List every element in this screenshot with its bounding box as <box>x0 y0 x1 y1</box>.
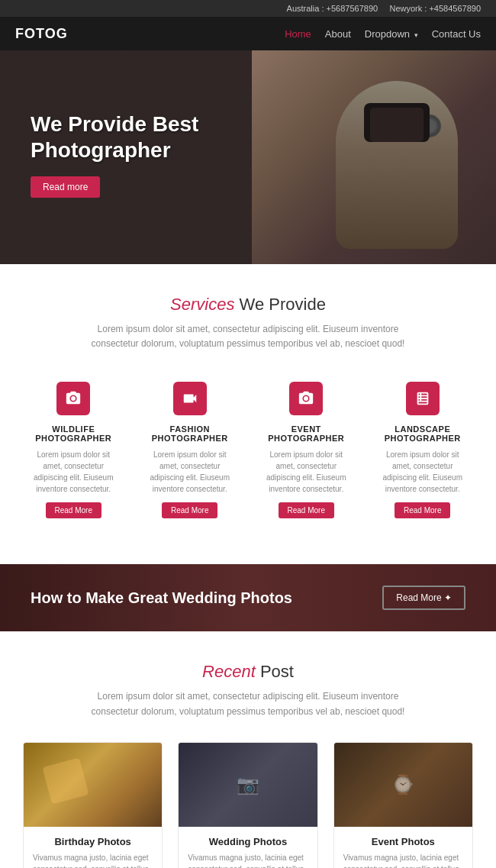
services-description: Lorem ipsum dolor sit amet, consectetur … <box>72 322 424 351</box>
service-card-landscape: LANDSCAPE PHOTOGRAPHER Lorem ipsum dolor… <box>372 374 474 526</box>
recent-post-description: Lorem ipsum dolor sit amet, consectetur … <box>72 689 424 718</box>
nav-links: Home About Dropdown ▾ Contact Us <box>285 27 481 40</box>
post-image-event <box>334 743 472 827</box>
hero-cta-button[interactable]: Read more <box>31 176 100 198</box>
nav-link-contact[interactable]: Contact Us <box>432 28 481 40</box>
landscape-title: LANDSCAPE PHOTOGRAPHER <box>378 424 468 443</box>
fashion-readmore-button[interactable]: Read More <box>162 502 217 518</box>
event-readmore-button[interactable]: Read More <box>279 502 334 518</box>
photographer-image <box>320 66 473 264</box>
post-card-wedding: Wedding Photos Vivamus magna justo, laci… <box>178 742 317 868</box>
hero-photo <box>252 50 496 264</box>
post-title-birthday: Birthday Photos <box>33 836 153 847</box>
site-logo[interactable]: FOTOG <box>15 26 68 42</box>
wildlife-readmore-button[interactable]: Read More <box>46 502 101 518</box>
landscape-readmore-button[interactable]: Read More <box>395 502 450 518</box>
top-bar: Australia : +5687567890 Newyork : +45845… <box>0 0 496 17</box>
nav-item-dropdown[interactable]: Dropdown ▾ <box>365 27 418 40</box>
phone-australia: Australia : +5687567890 <box>287 4 378 13</box>
post-body-wedding: Wedding Photos Vivamus magna justo, laci… <box>179 827 317 868</box>
post-body-birthday: Birthday Photos Vivamus magna justo, lac… <box>24 827 162 868</box>
event-icon <box>289 382 323 415</box>
hero-title: We Provide Best Photographer <box>31 111 198 163</box>
recent-post-section: Recent Post Lorem ipsum dolor sit amet, … <box>0 631 496 868</box>
camera-lens <box>418 115 441 137</box>
post-image-birthday <box>24 743 162 827</box>
post-desc-event: Vivamus magna justo, lacinia eget consec… <box>343 852 463 868</box>
nav-item-home[interactable]: Home <box>285 27 311 40</box>
fashion-desc: Lorem ipsum dolor sit amet, consectetur … <box>146 449 235 495</box>
nav-link-about[interactable]: About <box>325 28 351 40</box>
wildlife-desc: Lorem ipsum dolor sit amet, consectetur … <box>29 449 118 495</box>
wildlife-title: WILDLIFE PHOTOGRAPHER <box>29 424 118 443</box>
wedding-banner: How to Make Great Wedding Photos Read Mo… <box>0 564 496 631</box>
hero-section: We Provide Best Photographer Read more <box>0 50 496 264</box>
post-body-event: Event Photos Vivamus magna justo, lacini… <box>334 827 472 868</box>
hero-content: We Provide Best Photographer Read more <box>31 111 198 198</box>
post-desc-wedding: Vivamus magna justo, lacinia eget consec… <box>188 852 308 868</box>
recent-post-title: Recent Post <box>23 662 473 682</box>
services-title: Services We Provide <box>23 295 473 315</box>
phone-newyork: Newyork : +4584567890 <box>389 4 481 13</box>
services-section: Services We Provide Lorem ipsum dolor si… <box>0 264 496 564</box>
service-card-event: EVENT PHOTOGRAPHER Lorem ipsum dolor sit… <box>256 374 357 526</box>
post-title-wedding: Wedding Photos <box>188 836 308 847</box>
service-card-wildlife: WILDLIFE PHOTOGRAPHER Lorem ipsum dolor … <box>23 374 124 526</box>
fashion-title: FASHION PHOTOGRAPHER <box>146 424 235 443</box>
post-card-event: Event Photos Vivamus magna justo, lacini… <box>333 742 473 868</box>
posts-grid: Birthday Photos Vivamus magna justo, lac… <box>23 742 473 868</box>
services-grid: WILDLIFE PHOTOGRAPHER Lorem ipsum dolor … <box>23 374 473 526</box>
event-desc: Lorem ipsum dolor sit amet, consectetur … <box>262 449 351 495</box>
nav-item-about[interactable]: About <box>325 27 351 40</box>
nav-item-contact[interactable]: Contact Us <box>432 27 481 40</box>
banner-title: How to Make Great Wedding Photos <box>31 589 292 607</box>
post-title-event: Event Photos <box>343 836 463 847</box>
post-card-birthday: Birthday Photos Vivamus magna justo, lac… <box>23 742 163 868</box>
landscape-desc: Lorem ipsum dolor sit amet, consectetur … <box>378 449 468 495</box>
post-desc-birthday: Vivamus magna justo, lacinia eget consec… <box>33 852 153 868</box>
navbar: FOTOG Home About Dropdown ▾ Contact Us <box>0 17 496 50</box>
fashion-icon <box>173 382 207 415</box>
wildlife-icon <box>56 382 90 415</box>
post-image-wedding <box>179 743 317 827</box>
service-card-fashion: FASHION PHOTOGRAPHER Lorem ipsum dolor s… <box>140 374 241 526</box>
event-title: EVENT PHOTOGRAPHER <box>262 424 351 443</box>
chevron-down-icon: ▾ <box>414 31 418 39</box>
nav-link-home[interactable]: Home <box>285 28 311 40</box>
banner-readmore-button[interactable]: Read More ✦ <box>382 586 465 610</box>
nav-link-dropdown[interactable]: Dropdown ▾ <box>365 28 418 40</box>
landscape-icon <box>406 382 440 415</box>
